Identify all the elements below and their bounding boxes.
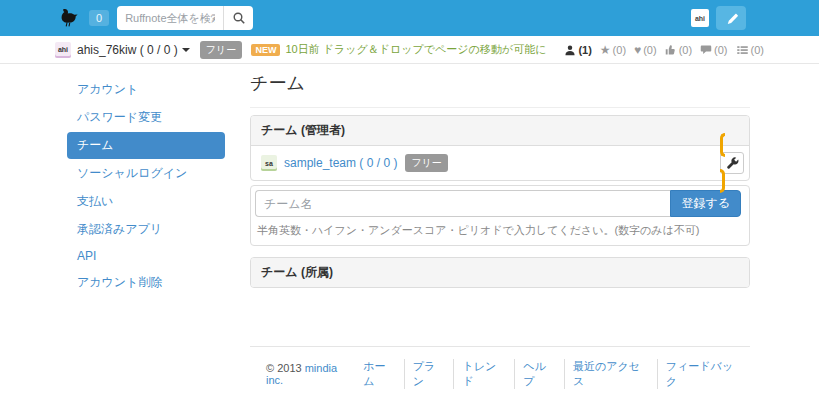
new-page-button[interactable] [716,6,746,30]
likes-stat[interactable]: ♥ (0) [634,44,657,56]
register-button[interactable]: 登録する [670,190,741,217]
sidebar-item-account[interactable]: アカウント [67,76,225,103]
username-label: ahis_76kiw ( 0 / 0 ) [77,43,178,57]
page-title: チーム [250,71,750,108]
likes-count: (0) [643,44,656,56]
footer-link-home[interactable]: ホーム [355,359,404,389]
settings-sidebar: アカウント パスワード変更 チーム ソーシャルログイン 支払い 承認済みアプリ … [55,76,225,389]
sidebar-item-password[interactable]: パスワード変更 [67,104,225,131]
stars-stat[interactable]: ★ (0) [600,44,626,56]
footer-link-plan[interactable]: プラン [404,359,454,389]
footer-link-help[interactable]: ヘルプ [514,359,564,389]
sidebar-item-payment[interactable]: 支払い [67,188,225,215]
team-plan-badge: フリー [405,154,447,172]
current-user-avatar[interactable]: ahi [691,9,709,27]
chevron-down-icon [182,48,190,52]
admin-team-panel: チーム (管理者) sa sample_team ( 0 / 0 ) フリー [250,115,750,181]
page-footer: © 2013 mindia inc. ホーム プラン トレンド ヘルプ 最近のア… [250,346,750,389]
footer-link-feedback[interactable]: フィードバック [657,359,750,389]
click-highlight-annotation [720,133,744,193]
team-settings-wrap [720,138,744,188]
comments-count: (0) [714,44,727,56]
sidebar-item-social-login[interactable]: ソーシャルログイン [67,160,225,187]
admin-team-panel-header: チーム (管理者) [251,116,749,146]
username-dropdown[interactable]: ahis_76kiw ( 0 / 0 ) [77,43,190,57]
members-stat[interactable]: (1) [564,44,591,56]
notification-count-badge[interactable]: 0 [89,10,109,26]
sidebar-item-api[interactable]: API [67,244,225,268]
member-team-panel: チーム (所属) [250,257,750,288]
team-name-help-text: 半角英数・ハイフン・アンダースコア・ピリオドで入力してください。(数字のみは不可… [255,223,741,238]
search-input[interactable] [117,6,223,30]
sidebar-item-team[interactable]: チーム [67,132,225,159]
footer-link-recent-access[interactable]: 最近のアクセス [564,359,657,389]
sidebar-item-delete-account[interactable]: アカウント削除 [67,269,225,296]
star-icon: ★ [600,44,611,56]
main-panel: チーム チーム (管理者) sa sample_team ( 0 / 0 ) フ… [250,76,750,389]
user-bar-right-group: NEW 10日前 ドラッグ＆ドロップでページの移動が可能に (1) ★ (0) … [251,42,764,57]
user-bar-inner: ahi ahis_76kiw ( 0 / 0 ) フリー NEW 10日前 ドラ… [55,36,764,63]
search-icon [232,11,246,25]
user-avatar[interactable]: ahi [55,42,71,58]
pages-count: (0) [751,44,764,56]
site-search-group [117,6,253,30]
footer-links: ホーム プラン トレンド ヘルプ 最近のアクセス フィードバック [355,359,750,389]
wrench-icon [726,157,739,170]
bird-logo-icon [59,8,81,28]
thumbs-up-icon [665,44,677,56]
pages-stat[interactable]: (0) [736,44,764,56]
member-team-panel-header: チーム (所属) [251,258,749,287]
sidebar-item-approved-apps[interactable]: 承認済みアプリ [67,216,225,243]
pencil-icon [725,12,738,25]
team-avatar[interactable]: sa [261,155,277,171]
team-name-input[interactable] [255,190,670,217]
create-team-form: 登録する 半角英数・ハイフン・アンダースコア・ピリオドで入力してください。(数字… [250,185,750,246]
news-link[interactable]: 10日前 ドラッグ＆ドロップでページの移動が可能に [285,42,546,57]
copyright: © 2013 mindia inc. [250,362,355,386]
top-navbar: 0 ahi [0,0,819,36]
navbar-inner: 0 ahi [55,0,764,36]
navbar-right-group: ahi [691,6,764,30]
team-name-link[interactable]: sample_team ( 0 / 0 ) [284,156,397,170]
heart-icon: ♥ [634,44,641,56]
team-settings-button[interactable] [720,152,744,174]
bird-logo-icon[interactable] [59,8,81,28]
person-icon [564,44,576,56]
content-area: アカウント パスワード変更 チーム ソーシャルログイン 支払い 承認済みアプリ … [55,76,764,389]
thumbs-up-count: (0) [679,44,692,56]
comments-stat[interactable]: (0) [700,44,727,56]
team-name-input-group: 登録する [255,190,741,217]
members-count: (1) [578,44,591,56]
plan-badge: フリー [200,41,242,59]
user-bar: ahi ahis_76kiw ( 0 / 0 ) フリー NEW 10日前 ドラ… [0,36,819,64]
comment-icon [700,44,712,56]
search-button[interactable] [223,6,253,30]
copyright-text: © 2013 [266,362,302,374]
footer-link-trend[interactable]: トレンド [453,359,514,389]
list-icon [736,44,749,56]
new-badge: NEW [251,44,280,56]
stars-count: (0) [613,44,626,56]
thumbs-up-stat[interactable]: (0) [665,44,692,56]
team-row: sa sample_team ( 0 / 0 ) フリー [251,146,749,180]
